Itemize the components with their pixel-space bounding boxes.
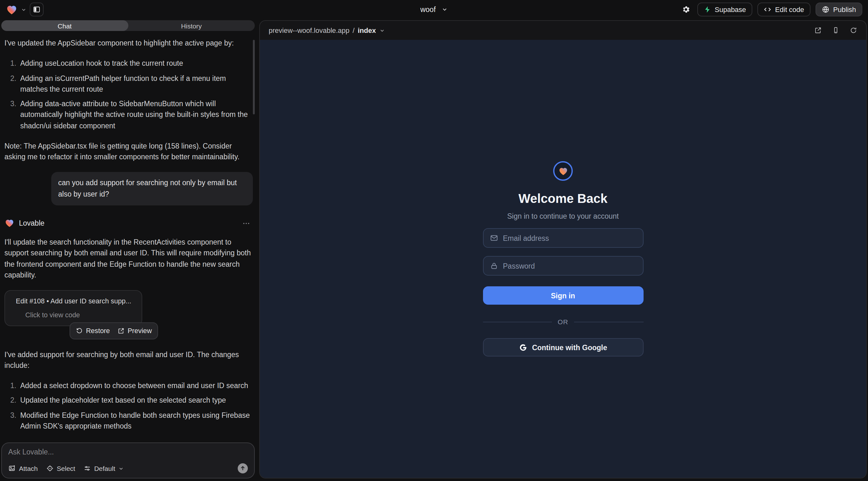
preview-topbar: preview--woof.lovable.app / index [260, 21, 866, 40]
project-name: woof [421, 6, 436, 13]
url-separator: / [353, 27, 355, 34]
more-options-button[interactable] [242, 219, 253, 228]
send-button[interactable] [238, 463, 248, 473]
panel-left-icon [33, 6, 40, 13]
divider-label: OR [558, 318, 568, 325]
globe-icon [822, 6, 830, 13]
assistant-paragraph: I'll update the search functionality in … [4, 237, 253, 281]
sliders-icon [84, 464, 91, 472]
edit-card-subtitle: Click to view code [25, 310, 135, 320]
preview-page: index [358, 27, 376, 34]
mode-label: Default [94, 464, 115, 472]
divider-line [574, 321, 643, 322]
assistant-list: Added a select dropdown to choose betwee… [4, 381, 253, 438]
restore-label: Restore [86, 326, 110, 336]
email-field[interactable] [483, 228, 643, 248]
project-switcher[interactable]: woof [421, 0, 448, 19]
lock-icon [490, 262, 498, 270]
ellipsis-icon [242, 219, 250, 228]
chevron-down-icon [119, 466, 124, 471]
list-item: Updated the placeholder text based on th… [18, 395, 253, 407]
page-subtitle: Sign in to continue to your account [507, 212, 619, 220]
locate-target-icon [46, 464, 54, 472]
chat-messages: I've updated the AppSidebar component to… [1, 31, 255, 438]
mode-selector[interactable]: Default [84, 464, 124, 472]
google-label: Continue with Google [532, 344, 607, 351]
chat-input[interactable] [8, 448, 248, 456]
assistant-header: Lovable [4, 218, 253, 229]
list-item: Added the user ID display in the results… [18, 436, 253, 438]
topbar-left [6, 3, 43, 17]
external-link-icon [814, 27, 822, 34]
select-label: Select [57, 464, 75, 472]
assistant-paragraph: I've added support for searching by both… [4, 349, 253, 371]
preview-button[interactable]: Preview [118, 326, 152, 336]
list-item: Adding data-active attribute to SidebarM… [18, 99, 253, 131]
chat-panel: Chat History I've updated the AppSidebar… [1, 20, 255, 478]
app-logo [553, 161, 573, 181]
preview-url[interactable]: preview--woof.lovable.app / index [269, 27, 385, 34]
attach-button[interactable]: Attach [8, 464, 38, 472]
code-icon [764, 6, 771, 13]
google-sign-in-button[interactable]: Continue with Google [483, 338, 643, 356]
select-button[interactable]: Select [46, 464, 75, 472]
composer-toolbar: Attach Select Default [8, 463, 248, 473]
topbar: woof Supabase Edit code [0, 0, 868, 19]
app-preview: Welcome Back Sign in to continue to your… [260, 40, 866, 478]
edit-code-button[interactable]: Edit code [757, 3, 810, 17]
password-input[interactable] [503, 262, 636, 269]
tab-history[interactable]: History [128, 20, 255, 31]
envelope-icon [490, 234, 498, 242]
list-item: Adding an isCurrentPath helper function … [18, 73, 253, 95]
settings-button[interactable] [679, 3, 692, 17]
assistant-paragraph: I've updated the AppSidebar component to… [4, 38, 253, 49]
preview-domain: preview--woof.lovable.app [269, 27, 350, 34]
refresh-button[interactable] [850, 27, 857, 34]
chevron-down-icon [379, 28, 385, 33]
list-item: Modified the Edge Function to handle bot… [18, 410, 253, 432]
open-in-new-tab-button[interactable] [814, 27, 822, 34]
assistant-note: Note: The AppSidebar.tsx file is getting… [4, 141, 253, 163]
preview-label: Preview [128, 326, 152, 336]
publish-label: Publish [833, 6, 856, 13]
lovable-logo[interactable] [6, 3, 18, 15]
tab-chat[interactable]: Chat [1, 20, 128, 31]
topbar-right: Supabase Edit code Publish [679, 3, 862, 17]
restore-button[interactable]: Restore [76, 326, 110, 336]
chevron-down-icon[interactable] [21, 7, 27, 12]
heart-gradient-icon [558, 166, 568, 176]
supabase-bolt-icon [703, 6, 711, 13]
heart-gradient-icon [6, 3, 18, 15]
list-item: Added a select dropdown to choose betwee… [18, 381, 253, 391]
device-preview-button[interactable] [832, 27, 840, 34]
sidebar-toggle-button[interactable] [30, 3, 43, 17]
attach-label: Attach [19, 464, 38, 472]
edit-card-header[interactable]: Edit #108 • Add user ID search supp... [11, 296, 135, 306]
main-area: Chat History I've updated the AppSidebar… [0, 19, 868, 481]
password-field[interactable] [483, 256, 643, 276]
gear-icon [681, 5, 690, 14]
list-item: Adding useLocation hook to track the cur… [18, 59, 253, 69]
preview-actions [814, 27, 857, 34]
rotate-ccw-icon [76, 327, 83, 334]
user-message: can you add support for searching not on… [51, 172, 253, 205]
edit-code-label: Edit code [775, 6, 804, 13]
sign-in-button[interactable]: Sign in [483, 286, 643, 304]
scrollbar-thumb[interactable] [253, 40, 255, 115]
assistant-list: Adding useLocation hook to track the cur… [4, 59, 253, 131]
assistant-name: Lovable [19, 218, 44, 229]
refresh-icon [850, 27, 857, 34]
composer: Attach Select Default [1, 443, 255, 478]
mobile-phone-icon [832, 27, 840, 34]
arrow-up-icon [240, 465, 246, 472]
external-link-icon [118, 327, 125, 334]
chevron-down-icon [441, 6, 447, 13]
publish-button[interactable]: Publish [815, 3, 862, 17]
edit-card[interactable]: Edit #108 • Add user ID search supp... C… [4, 290, 142, 326]
image-plus-icon [8, 464, 16, 472]
preview-panel: preview--woof.lovable.app / index [259, 20, 867, 478]
supabase-button[interactable]: Supabase [697, 3, 752, 17]
page-title: Welcome Back [518, 192, 608, 206]
edit-card-title: Edit #108 • Add user ID search supp... [16, 296, 131, 306]
email-input[interactable] [503, 234, 636, 242]
